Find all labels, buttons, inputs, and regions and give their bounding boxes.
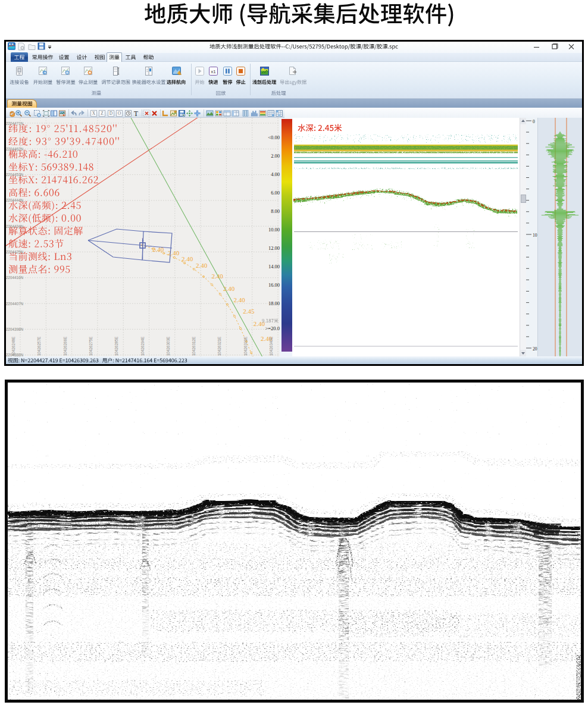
- svg-text:T: T: [134, 110, 138, 117]
- svg-text:x1: x1: [211, 69, 216, 74]
- svg-text:Z: Z: [101, 111, 104, 116]
- svg-text:10: 10: [533, 233, 537, 238]
- svg-text:D: D: [109, 111, 112, 116]
- svg-text:20: 20: [533, 346, 537, 352]
- svg-text:X: X: [92, 111, 95, 116]
- svg-text:O: O: [118, 111, 121, 116]
- svg-text:0: 0: [533, 119, 535, 124]
- svg-text:1: 1: [142, 237, 144, 242]
